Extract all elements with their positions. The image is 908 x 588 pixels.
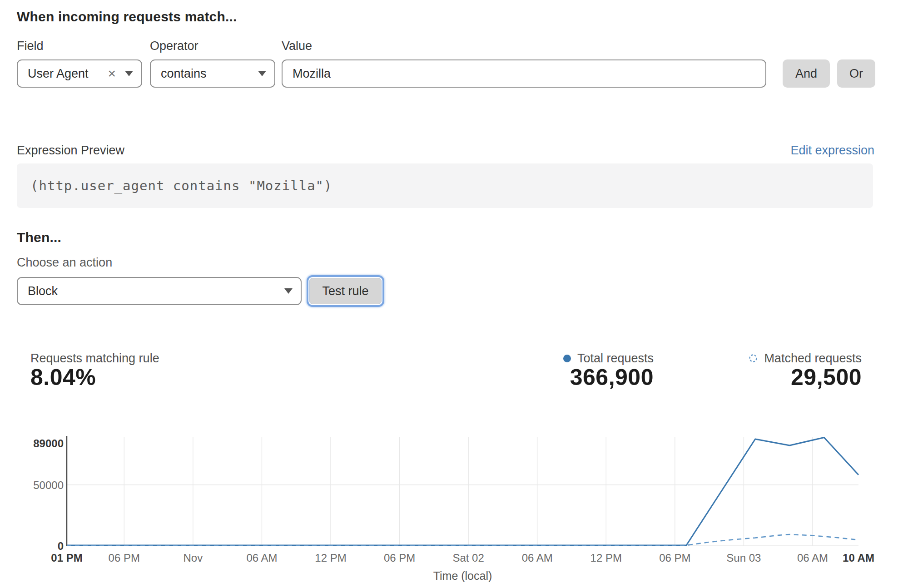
- x-axis-tick-label: 12 PM: [590, 552, 622, 564]
- operator-select[interactable]: contains: [150, 59, 275, 88]
- then-section-heading: Then...: [17, 230, 61, 245]
- expression-preview-label: Expression Preview: [17, 143, 124, 158]
- value-input[interactable]: [282, 59, 766, 88]
- expression-code-box: (http.user_agent contains "Mozilla"): [17, 163, 873, 208]
- y-axis-tick-label: 89000: [33, 437, 64, 450]
- total-requests-legend: Total requests: [563, 351, 654, 366]
- y-axis-tick-label: 0: [58, 540, 64, 552]
- total-requests-dot-icon: [563, 355, 571, 362]
- x-axis-tick-label: 01 PM: [51, 552, 82, 564]
- requests-matching-label-text: Requests matching rule: [30, 351, 159, 366]
- or-button[interactable]: Or: [837, 59, 875, 88]
- edit-expression-link[interactable]: Edit expression: [790, 143, 874, 158]
- x-axis-tick-label: 06 AM: [797, 552, 828, 564]
- requests-matching-label: Requests matching rule: [30, 351, 159, 366]
- total-requests-value: 366,900: [570, 364, 654, 390]
- series-line-dashed: [67, 534, 858, 546]
- matched-requests-legend: Matched requests: [749, 351, 862, 366]
- firewall-rule-editor: When incoming requests match... Field Op…: [0, 0, 908, 588]
- operator-select-value: contains: [161, 67, 207, 81]
- x-axis-tick-label: 06 AM: [246, 552, 277, 564]
- x-axis-tick-label: 06 PM: [384, 552, 415, 564]
- action-select-value: Block: [28, 284, 58, 298]
- chevron-down-icon: [258, 71, 266, 76]
- y-axis-tick-label: 50000: [33, 479, 64, 491]
- x-axis-tick-label: 12 PM: [315, 552, 346, 564]
- choose-action-label: Choose an action: [17, 256, 112, 270]
- x-axis-tick-label: Nov: [184, 552, 203, 564]
- matched-requests-value: 29,500: [791, 364, 862, 390]
- action-select[interactable]: Block: [17, 277, 302, 305]
- and-button[interactable]: And: [783, 59, 830, 88]
- x-axis-title: Time (local): [433, 569, 492, 582]
- x-axis-tick-label: Sat 02: [452, 552, 484, 564]
- field-label: Field: [17, 39, 44, 53]
- value-label: Value: [282, 39, 312, 53]
- match-section-heading: When incoming requests match...: [17, 9, 237, 25]
- clear-field-icon[interactable]: ×: [108, 67, 116, 80]
- x-axis-tick-label: 06 AM: [522, 552, 553, 564]
- test-rule-button[interactable]: Test rule: [309, 278, 382, 304]
- dashed-circle-icon: [749, 354, 758, 363]
- field-select[interactable]: User Agent ×: [17, 59, 142, 88]
- field-select-value: User Agent: [28, 67, 89, 81]
- operator-label: Operator: [150, 39, 198, 53]
- x-axis-tick-label: Sun 03: [726, 552, 761, 564]
- x-axis-tick-label: 10 AM: [843, 552, 874, 564]
- series-line-solid: [67, 438, 858, 546]
- requests-chart: 01 PM06 PMNov06 AM12 PM06 PMSat 0206 AM1…: [0, 422, 908, 588]
- chevron-down-icon: [284, 288, 293, 294]
- chevron-down-icon: [125, 71, 133, 76]
- x-axis-tick-label: 06 PM: [659, 552, 690, 564]
- requests-matching-value: 8.04%: [30, 364, 96, 390]
- matched-requests-label: Matched requests: [764, 351, 862, 366]
- x-axis-tick-label: 06 PM: [109, 552, 140, 564]
- total-requests-label: Total requests: [577, 351, 654, 366]
- expression-code: (http.user_agent contains "Mozilla"): [30, 178, 332, 193]
